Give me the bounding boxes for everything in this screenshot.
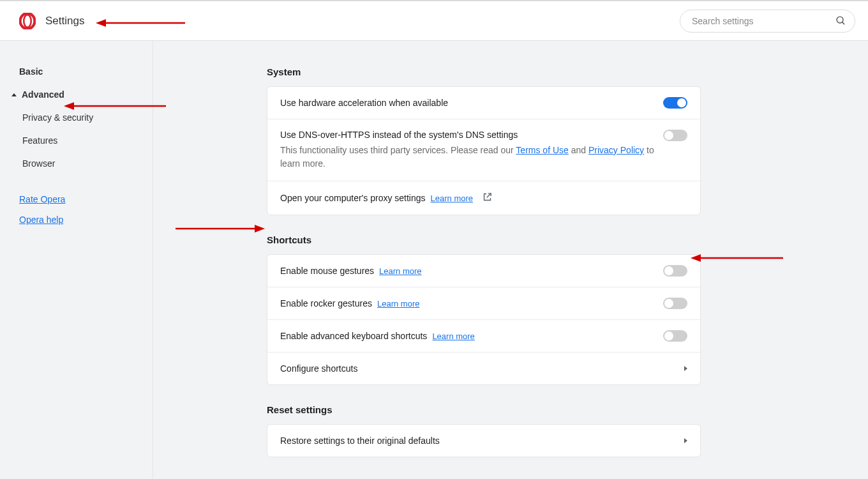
toggle-keyboard-shortcuts[interactable] [663, 330, 687, 342]
sidebar-item-features[interactable]: Features [13, 129, 153, 152]
svg-point-1 [24, 15, 31, 27]
system-card: Use hardware acceleration when available… [267, 86, 701, 215]
sidebar-item-label: Advanced [22, 89, 64, 100]
toggle-mouse-gestures[interactable] [663, 265, 687, 277]
sidebar-item-basic[interactable]: Basic [13, 60, 153, 83]
sidebar-link-rate[interactable]: Rate Opera [13, 189, 153, 209]
external-link-icon [482, 192, 493, 204]
toggle-dns[interactable] [663, 130, 687, 141]
svg-point-0 [20, 13, 35, 28]
page-title: Settings [45, 15, 84, 27]
row-keyboard-shortcuts: Enable advanced keyboard shortcuts Learn… [267, 320, 700, 353]
sidebar-item-privacy[interactable]: Privacy & security [13, 106, 153, 129]
learn-more-link[interactable]: Learn more [377, 299, 419, 308]
chevron-up-icon [11, 93, 17, 96]
learn-more-link[interactable]: Learn more [431, 194, 473, 203]
sidebar-link-help[interactable]: Opera help [13, 209, 153, 230]
row-label: Use DNS-over-HTTPS instead of the system… [280, 130, 663, 140]
row-label: Enable rocker gestures [280, 298, 372, 308]
privacy-link[interactable]: Privacy Policy [588, 145, 644, 155]
learn-more-link[interactable]: Learn more [379, 266, 421, 276]
row-proxy[interactable]: Open your computer's proxy settings Lear… [267, 181, 700, 215]
sidebar-item-browser[interactable]: Browser [13, 152, 153, 175]
row-label: Enable advanced keyboard shortcuts [280, 331, 427, 341]
search-input[interactable] [680, 10, 855, 33]
svg-line-3 [842, 22, 845, 24]
row-label: Configure shortcuts [280, 363, 357, 374]
toggle-hw-accel[interactable] [663, 97, 687, 109]
row-description: This functionality uses third party serv… [280, 144, 663, 171]
svg-point-2 [837, 17, 843, 23]
toggle-rocker-gestures[interactable] [663, 298, 687, 309]
row-hw-accel: Use hardware acceleration when available [267, 87, 700, 119]
sidebar-item-advanced[interactable]: Advanced [13, 83, 153, 106]
header: Settings [0, 1, 868, 41]
terms-link[interactable]: Terms of Use [516, 145, 568, 155]
search-icon [835, 15, 846, 28]
row-dns: Use DNS-over-HTTPS instead of the system… [267, 119, 700, 181]
row-restore-defaults[interactable]: Restore settings to their original defau… [267, 425, 700, 457]
reset-card: Restore settings to their original defau… [267, 424, 701, 457]
section-title-system: System [267, 66, 701, 77]
row-label: Open your computer's proxy settings [280, 193, 426, 203]
section-title-shortcuts: Shortcuts [267, 234, 701, 245]
chevron-right-icon [684, 438, 687, 443]
section-title-reset: Reset settings [267, 404, 701, 415]
row-label: Enable mouse gestures [280, 266, 374, 276]
shortcuts-card: Enable mouse gestures Learn more Enable … [267, 254, 701, 385]
opera-logo-icon [19, 13, 36, 29]
row-label: Use hardware acceleration when available [280, 98, 448, 108]
row-configure-shortcuts[interactable]: Configure shortcuts [267, 353, 700, 384]
sidebar: Basic Advanced Privacy & security Featur… [0, 41, 153, 479]
learn-more-link[interactable]: Learn more [432, 331, 474, 341]
chevron-right-icon [684, 366, 687, 371]
row-label: Restore settings to their original defau… [280, 436, 440, 446]
row-mouse-gestures: Enable mouse gestures Learn more [267, 255, 700, 287]
row-rocker-gestures: Enable rocker gestures Learn more [267, 287, 700, 320]
